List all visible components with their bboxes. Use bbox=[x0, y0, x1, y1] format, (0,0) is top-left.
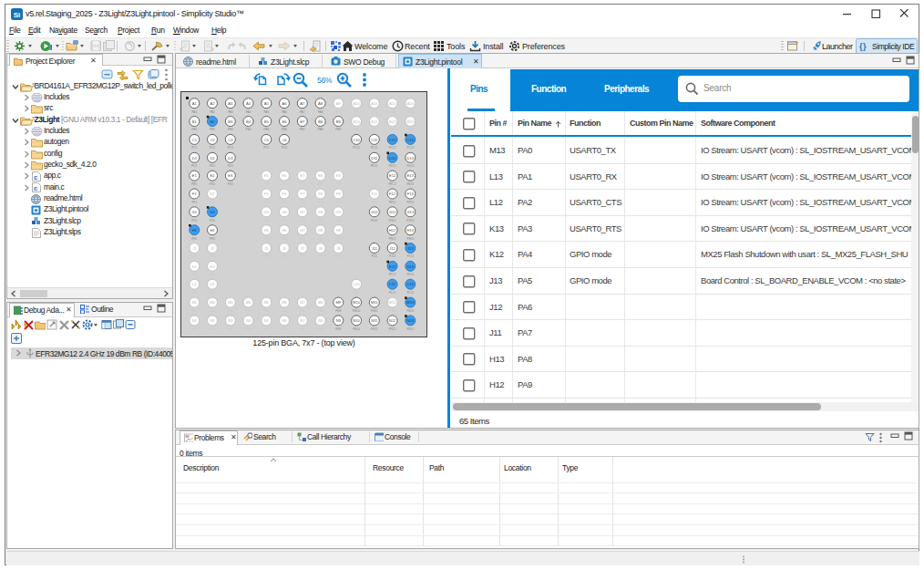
svg-text:PC3: PC3 bbox=[228, 146, 233, 150]
svg-text:VSS: VSS bbox=[282, 254, 287, 258]
svg-text:VSS: VSS bbox=[335, 254, 341, 258]
svg-text:H1: H1 bbox=[192, 228, 198, 233]
svg-text:PB7: PB7 bbox=[300, 128, 305, 131]
svg-text:G12: G12 bbox=[389, 210, 396, 214]
svg-text:VSS: VSS bbox=[228, 309, 233, 313]
svg-text:M12: M12 bbox=[389, 300, 397, 305]
svg-text:PC2: PC2 bbox=[210, 146, 215, 150]
svg-text:G1: G1 bbox=[192, 210, 198, 214]
svg-text:VSS: VSS bbox=[191, 254, 197, 258]
svg-text:N8: N8 bbox=[318, 318, 323, 323]
svg-text:VSS: VSS bbox=[317, 201, 323, 204]
svg-text:M7: M7 bbox=[300, 300, 305, 305]
svg-text:VSS: VSS bbox=[191, 309, 197, 313]
svg-text:VSS: VSS bbox=[335, 182, 341, 186]
svg-text:VSS: VSS bbox=[335, 219, 341, 223]
svg-text:A1: A1 bbox=[192, 101, 198, 106]
svg-text:F12: F12 bbox=[389, 192, 396, 196]
svg-text:VSS: VSS bbox=[300, 254, 305, 258]
svg-text:N5: N5 bbox=[264, 318, 270, 323]
svg-text:VSS: VSS bbox=[300, 219, 305, 223]
svg-text:A3: A3 bbox=[228, 101, 233, 106]
svg-text:PB5: PB5 bbox=[263, 128, 269, 131]
svg-text:VSS: VSS bbox=[210, 273, 215, 276]
svg-text:VSS: VSS bbox=[210, 254, 215, 258]
svg-text:VSS: VSS bbox=[263, 254, 269, 258]
svg-text:VSS: VSS bbox=[317, 309, 323, 313]
svg-text:H12: H12 bbox=[389, 228, 396, 233]
svg-text:VSS: VSS bbox=[335, 201, 341, 204]
svg-text:M11: M11 bbox=[371, 300, 378, 305]
svg-text:N4: N4 bbox=[246, 318, 252, 323]
svg-text:VSS: VSS bbox=[263, 237, 269, 241]
svg-text:E2: E2 bbox=[210, 173, 215, 178]
svg-text:A10: A10 bbox=[353, 101, 360, 106]
svg-text:PC11: PC11 bbox=[371, 146, 378, 150]
svg-text:PG13: PG13 bbox=[406, 219, 414, 223]
svg-text:M9: M9 bbox=[335, 300, 341, 305]
svg-text:PF1: PF1 bbox=[191, 201, 197, 204]
svg-text:PD3: PD3 bbox=[228, 164, 233, 168]
svg-text:J12: J12 bbox=[389, 246, 395, 251]
svg-text:VSS: VSS bbox=[407, 128, 413, 131]
svg-text:B13: B13 bbox=[407, 119, 415, 124]
svg-text:PA4: PA4 bbox=[246, 110, 252, 114]
svg-text:E3: E3 bbox=[228, 173, 233, 178]
svg-text:PD12: PD12 bbox=[389, 164, 396, 168]
svg-text:F2: F2 bbox=[210, 192, 216, 196]
svg-text:M8: M8 bbox=[318, 300, 323, 305]
svg-text:J13: J13 bbox=[407, 246, 414, 251]
svg-text:VSS: VSS bbox=[300, 327, 305, 331]
svg-text:L12: L12 bbox=[389, 282, 396, 286]
svg-text:VSS: VSS bbox=[263, 182, 269, 186]
svg-text:N10: N10 bbox=[353, 318, 360, 323]
svg-text:J11: J11 bbox=[372, 246, 378, 251]
svg-text:F13: F13 bbox=[407, 192, 415, 196]
svg-text:E8: E8 bbox=[318, 173, 323, 178]
svg-text:E1: E1 bbox=[192, 173, 198, 178]
svg-text:PC5: PC5 bbox=[263, 146, 269, 150]
svg-text:G11: G11 bbox=[371, 210, 378, 214]
svg-text:PA2: PA2 bbox=[210, 110, 215, 114]
svg-text:G9: G9 bbox=[336, 210, 342, 214]
svg-text:C6: C6 bbox=[282, 138, 287, 142]
svg-text:PF12: PF12 bbox=[389, 201, 396, 204]
svg-text:VSS: VSS bbox=[317, 327, 323, 331]
svg-text:M4: M4 bbox=[246, 300, 252, 305]
svg-text:M13: M13 bbox=[406, 300, 415, 305]
svg-text:H7: H7 bbox=[300, 228, 305, 233]
svg-text:H13: H13 bbox=[407, 228, 415, 233]
svg-text:PB6: PB6 bbox=[282, 128, 287, 131]
svg-text:VSS: VSS bbox=[191, 291, 197, 295]
svg-text:N2: N2 bbox=[210, 318, 215, 323]
svg-text:VSS: VSS bbox=[210, 309, 215, 313]
svg-text:A12: A12 bbox=[389, 101, 396, 106]
svg-text:M5: M5 bbox=[263, 300, 269, 305]
svg-text:G6: G6 bbox=[282, 210, 287, 214]
svg-text:B7: B7 bbox=[300, 119, 305, 124]
svg-text:PC12: PC12 bbox=[389, 146, 396, 150]
svg-text:VSS: VSS bbox=[210, 201, 215, 204]
svg-text:L10: L10 bbox=[354, 282, 361, 286]
svg-text:D2: D2 bbox=[210, 156, 215, 161]
svg-text:D3: D3 bbox=[228, 156, 233, 161]
svg-text:c: c bbox=[34, 172, 37, 181]
svg-text:F7: F7 bbox=[300, 192, 305, 196]
svg-text:A11: A11 bbox=[371, 101, 378, 106]
svg-text:L2: L2 bbox=[210, 282, 215, 286]
svg-text:PH2: PH2 bbox=[210, 237, 215, 241]
svg-text:J6: J6 bbox=[282, 246, 287, 251]
svg-text:PN11: PN11 bbox=[371, 327, 378, 331]
svg-text:VSS: VSS bbox=[300, 309, 305, 313]
svg-text:Si: Si bbox=[14, 11, 21, 19]
svg-text:PA1: PA1 bbox=[191, 110, 197, 114]
svg-text:PH1: PH1 bbox=[191, 237, 197, 241]
svg-text:B5: B5 bbox=[264, 119, 270, 124]
svg-text:F6: F6 bbox=[282, 192, 288, 196]
svg-text:PC6: PC6 bbox=[282, 146, 287, 150]
svg-text:E7: E7 bbox=[300, 173, 305, 178]
svg-text:L1: L1 bbox=[192, 282, 197, 286]
svg-text:VSS: VSS bbox=[263, 309, 269, 313]
svg-text:PB8: PB8 bbox=[318, 128, 323, 131]
svg-text:VSS: VSS bbox=[354, 128, 359, 131]
